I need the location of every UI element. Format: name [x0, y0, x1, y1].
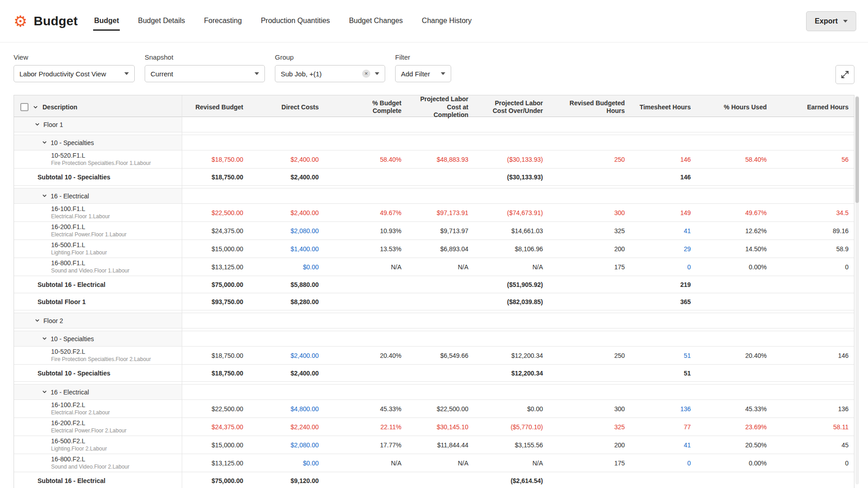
fullscreen-button[interactable] — [835, 65, 854, 84]
column-header-proj-labor-cost-at-completion[interactable]: Projected Labor Cost at Completion — [407, 95, 474, 119]
chevron-down-icon[interactable] — [35, 318, 40, 323]
group-cell[interactable]: 16 - Electrical — [14, 385, 182, 399]
direct-costs-cell[interactable]: $2,240.00 — [249, 418, 324, 436]
direct-costs-cell[interactable]: $1,400.00 — [249, 240, 324, 258]
group-cell[interactable]: 10 - Specialties — [14, 331, 182, 346]
export-button[interactable]: Export — [806, 11, 856, 31]
budget-line-row[interactable]: 16-200.F2.LElectrical Power.Floor 2.Labo… — [14, 418, 854, 436]
tab-forecasting[interactable]: Forecasting — [203, 11, 243, 31]
direct-costs-subtotal-cell: $2,400.00 — [249, 169, 324, 185]
select-all-checkbox[interactable] — [20, 103, 28, 111]
budget-line-row[interactable]: 16-800.F2.LSound and Video.Floor 2.Labou… — [14, 454, 854, 472]
tab-budget-details[interactable]: Budget Details — [137, 11, 186, 31]
column-header-proj-labor-cost-over-under[interactable]: Projected Labor Cost Over/Under — [474, 95, 548, 119]
direct-costs-cell[interactable]: $2,400.00 — [249, 150, 324, 168]
hours-used-pct-subtotal-cell — [696, 293, 772, 310]
budget-line-row[interactable]: 16-100.F1.LElectrical.Floor 1.Labour$22,… — [14, 204, 854, 222]
view-select-value: Labor Productivity Cost View — [19, 70, 106, 78]
subtotal-row: Subtotal Floor 1$93,750.00$8,280.00($82,… — [14, 293, 854, 310]
proj-labor-cost-at-completion-cell: $30,145.10 — [407, 418, 474, 436]
timesheet-hours-cell[interactable]: 0 — [630, 258, 696, 276]
column-label: Revised Budget — [195, 103, 243, 112]
timesheet-hours-cell[interactable]: 149 — [630, 204, 696, 221]
column-header-revised-budgeted-hours[interactable]: Revised Budgeted Hours — [548, 95, 630, 119]
line-description: 10-520.F1.LFire Protection Specialties.F… — [14, 150, 182, 168]
direct-costs-cell[interactable]: $2,400.00 — [249, 347, 324, 364]
group-row[interactable]: Floor 1 — [14, 117, 854, 132]
timesheet-hours-cell[interactable]: 0 — [630, 454, 696, 472]
group-label: Floor 1 — [43, 121, 63, 128]
timesheet-hours-cell[interactable]: 77 — [630, 418, 696, 436]
chevron-down-icon[interactable] — [42, 140, 47, 145]
direct-costs-cell[interactable]: $0.00 — [249, 258, 324, 276]
earned-hours-cell: 58.11 — [772, 418, 854, 436]
timesheet-hours-cell[interactable]: 136 — [630, 400, 696, 418]
spacer-cell — [14, 328, 182, 331]
direct-costs-cell[interactable]: $4,800.00 — [249, 400, 324, 418]
budget-line-row[interactable]: 16-100.F2.LElectrical.Floor 2.Labour$22,… — [14, 400, 854, 418]
direct-costs-cell[interactable]: $0.00 — [249, 454, 324, 472]
snapshot-select-value: Current — [151, 70, 173, 78]
column-header-earned-hours[interactable]: Earned Hours — [772, 95, 854, 119]
timesheet-hours-cell[interactable]: 29 — [630, 240, 696, 258]
add-filter-select[interactable]: Add Filter — [395, 65, 451, 82]
view-select[interactable]: Labor Productivity Cost View — [14, 65, 135, 82]
budget-line-row[interactable]: 16-800.F1.LSound and Video.Floor 1.Labou… — [14, 258, 854, 276]
group-cell[interactable]: 10 - Specialties — [14, 135, 182, 150]
column-header-timesheet-hours[interactable]: Timesheet Hours — [630, 95, 696, 119]
scrollbar-thumb[interactable] — [855, 97, 859, 203]
subtotal-label: Subtotal 16 - Electrical — [14, 472, 182, 488]
vertical-scrollbar[interactable] — [855, 96, 859, 484]
group-select[interactable]: Sub Job, +(1) × — [275, 65, 385, 82]
page-title: Budget — [33, 14, 78, 28]
direct-costs-cell[interactable]: $2,400.00 — [249, 204, 324, 221]
budget-line-row[interactable]: 16-500.F2.LLighting.Floor 2.Labour$15,00… — [14, 436, 854, 454]
revised-budgeted-hours-subtotal-cell — [548, 472, 630, 488]
column-header-description[interactable]: Description — [14, 95, 182, 119]
cost-code-description: Electrical.Floor 1.Labour — [51, 214, 110, 220]
budget-line-row[interactable]: 16-500.F1.LLighting.Floor 1.Labour$15,00… — [14, 240, 854, 258]
group-row[interactable]: Floor 2 — [14, 313, 854, 328]
timesheet-hours-cell[interactable]: 41 — [630, 222, 696, 239]
column-header-direct-costs[interactable]: Direct Costs — [249, 95, 324, 119]
group-cell[interactable]: 16 - Electrical — [14, 188, 182, 203]
timesheet-hours-cell[interactable]: 146 — [630, 150, 696, 168]
budget-complete-pct-subtotal-cell — [324, 365, 407, 381]
column-header-revised-budget[interactable]: Revised Budget — [182, 95, 249, 119]
group-row[interactable]: 16 - Electrical — [14, 385, 854, 400]
timesheet-hours-subtotal-cell: 365 — [630, 293, 696, 310]
chevron-down-icon[interactable] — [42, 389, 47, 394]
proj-labor-cost-over-under-cell: ($30,133.93) — [474, 150, 548, 168]
budget-line-row[interactable]: 16-200.F1.LElectrical Power.Floor 1.Labo… — [14, 222, 854, 240]
proj-labor-cost-at-completion-cell: $22,500.00 — [407, 400, 474, 418]
revised-budget-cell: $13,125.00 — [182, 454, 249, 472]
tab-production-quantities[interactable]: Production Quantities — [260, 11, 331, 31]
spacer-cell — [182, 132, 854, 135]
group-cell[interactable]: Floor 2 — [14, 313, 182, 328]
group-row[interactable]: 10 - Specialties — [14, 135, 854, 150]
hours-used-pct-subtotal-cell — [696, 276, 772, 293]
group-row[interactable]: 10 - Specialties — [14, 331, 854, 347]
chevron-down-icon[interactable] — [33, 105, 38, 110]
tab-budget[interactable]: Budget — [93, 11, 120, 31]
column-header-hours-used-pct[interactable]: % Hours Used — [696, 95, 772, 119]
clear-group-icon[interactable]: × — [362, 70, 370, 78]
proj-labor-cost-at-completion-subtotal-cell — [407, 472, 474, 488]
group-row[interactable]: 16 - Electrical — [14, 188, 854, 204]
group-cell[interactable]: Floor 1 — [14, 117, 182, 132]
budget-line-row[interactable]: 10-520.F2.LFire Protection Specialties.F… — [14, 347, 854, 365]
subtotal-row: Subtotal 10 - Specialties$18,750.00$2,40… — [14, 365, 854, 382]
chevron-down-icon[interactable] — [42, 336, 47, 341]
tab-change-history[interactable]: Change History — [421, 11, 472, 31]
chevron-down-icon[interactable] — [42, 193, 47, 198]
direct-costs-cell[interactable]: $2,080.00 — [249, 436, 324, 454]
earned-hours-cell: 89.16 — [772, 222, 854, 239]
column-header-budget-complete-pct[interactable]: % Budget Complete — [324, 95, 407, 119]
timesheet-hours-cell[interactable]: 41 — [630, 436, 696, 454]
chevron-down-icon[interactable] — [35, 122, 40, 127]
tab-budget-changes[interactable]: Budget Changes — [348, 11, 404, 31]
snapshot-select[interactable]: Current — [145, 65, 265, 82]
budget-line-row[interactable]: 10-520.F1.LFire Protection Specialties.F… — [14, 150, 854, 169]
timesheet-hours-cell[interactable]: 51 — [630, 347, 696, 364]
direct-costs-cell[interactable]: $2,080.00 — [249, 222, 324, 239]
